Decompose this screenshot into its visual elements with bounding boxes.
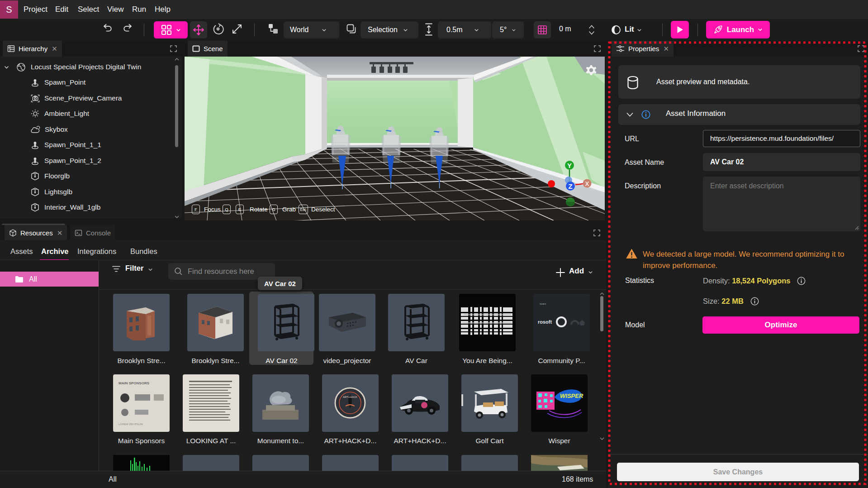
svg-text:Y: Y [567, 162, 572, 169]
svg-text:X: X [585, 180, 589, 187]
svg-text:MAIN SPONSORS: MAIN SPONSORS [119, 381, 150, 385]
svg-text:WISPER: WISPER [560, 392, 583, 399]
svg-text:Z: Z [568, 182, 572, 190]
svg-text:LOREM 250 IPSUM: LOREM 250 IPSUM [119, 423, 143, 426]
svg-text:ART+HACK: ART+HACK [343, 396, 357, 398]
svg-text:rosoft: rosoft [538, 319, 552, 325]
svg-text:scars: scars [540, 302, 546, 305]
